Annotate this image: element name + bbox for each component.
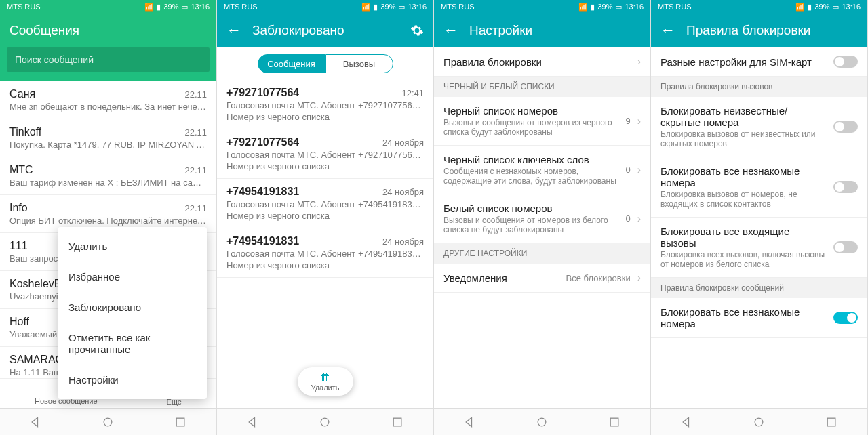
nav-back-icon[interactable] (29, 415, 43, 429)
message-row[interactable]: МТС22.11Ваш тариф изменен на X : БЕЗЛИМИ… (0, 157, 216, 195)
battery-icon: ▭ (181, 3, 188, 12)
system-nav (651, 408, 867, 435)
rules-list: Разные настройки для SIM-карт Правила бл… (651, 47, 867, 408)
tab-calls[interactable]: Вызовы (326, 54, 393, 73)
setting-rules[interactable]: Правила блокировки › (434, 47, 650, 77)
nav-recent-icon[interactable] (825, 415, 838, 429)
page-title: Правила блокировки (686, 23, 858, 38)
nav-home-icon[interactable] (535, 415, 549, 429)
carrier-label: MTS RUS (224, 3, 258, 11)
carrier-label: MTS RUS (7, 3, 41, 11)
message-row[interactable]: Tinkoff22.11Покупка. Карта *1479. 77 RUB… (0, 119, 216, 157)
svg-point-0 (104, 418, 113, 426)
setting-block-unfamiliar[interactable]: Блокировать все незнакомые номераБлокиро… (651, 157, 867, 218)
chevron-right-icon: › (637, 115, 641, 127)
setting-blacklist-numbers[interactable]: Черный список номеровВызовы и сообщения … (434, 97, 650, 146)
svg-rect-3 (393, 418, 401, 426)
back-icon[interactable]: ← (660, 22, 675, 39)
app-header: ← Правила блокировки (651, 14, 867, 47)
settings-list: Правила блокировки › ЧЕРНЫЙ И БЕЛЫЙ СПИС… (434, 47, 650, 408)
toggle-switch[interactable] (833, 241, 858, 253)
nav-home-icon[interactable] (752, 415, 766, 429)
screen-blocked: MTS RUS 📶▮39%▭13:16 ← Заблокировано Сооб… (217, 0, 434, 435)
menu-markread[interactable]: Отметить все как прочитанные (58, 323, 207, 365)
wifi-icon: 📶 (578, 3, 588, 12)
battery-icon: ▭ (615, 3, 622, 12)
wifi-icon: 📶 (361, 3, 371, 12)
toggle-switch[interactable] (833, 121, 858, 133)
blocked-row[interactable]: +7927107756412:41Голосовая почта МТС. Аб… (217, 80, 433, 129)
blocked-row[interactable]: +7927107756424 ноябряГолосовая почта МТС… (217, 129, 433, 179)
setting-block-unknown[interactable]: Блокировать неизвестные/скрытые номераБл… (651, 97, 867, 157)
delete-button[interactable]: 🗑 Удалить (298, 367, 353, 396)
section-header: ДРУГИЕ НАСТРОЙКИ (434, 243, 650, 264)
nav-recent-icon[interactable] (608, 415, 621, 429)
setting-whitelist-numbers[interactable]: Белый список номеровВызовы и сообщения о… (434, 194, 650, 243)
svg-rect-7 (827, 418, 835, 426)
message-row[interactable]: Саня22.11Мне зп обещают в понедельник. З… (0, 81, 216, 119)
battery-label: 39% (163, 3, 178, 11)
menu-blocked[interactable]: Заблокировано (58, 292, 207, 323)
menu-settings[interactable]: Настройки (58, 365, 207, 395)
page-title: Настройки (469, 23, 641, 38)
back-icon[interactable]: ← (226, 22, 241, 39)
setting-block-unfamiliar-msgs[interactable]: Блокировать все незнакомые номера (651, 298, 867, 338)
chevron-right-icon: › (637, 56, 641, 68)
section-header: Правила блокировки вызовов (651, 77, 867, 97)
setting-blacklist-words[interactable]: Черный список ключевых словСообщения с н… (434, 146, 650, 194)
page-title: Сообщения (9, 23, 207, 38)
status-icons: 📶 ▮ 39% ▭ 13:16 (144, 3, 210, 12)
wifi-icon: 📶 (795, 3, 805, 12)
svg-point-6 (755, 418, 764, 426)
chevron-right-icon: › (637, 272, 641, 284)
nav-recent-icon[interactable] (174, 415, 187, 429)
signal-icon: ▮ (591, 3, 595, 12)
trash-icon: 🗑 (320, 371, 331, 384)
blocked-row[interactable]: +7495419183124 ноябряГолосовая почта МТС… (217, 179, 433, 228)
context-menu: Удалить Избранное Заблокировано Отметить… (58, 227, 207, 399)
nav-back-icon[interactable] (463, 415, 477, 429)
menu-delete[interactable]: Удалить (58, 231, 207, 262)
system-nav (0, 408, 216, 435)
search-input[interactable]: Поиск сообщений (7, 47, 210, 72)
clock-label: 13:16 (191, 3, 210, 11)
tab-bar: Сообщения Вызовы (217, 47, 433, 80)
toggle-switch[interactable] (833, 312, 858, 324)
toggle-switch[interactable] (833, 56, 858, 68)
battery-icon: ▭ (398, 3, 405, 12)
status-bar: MTS RUS 📶 ▮ 39% ▭ 13:16 (0, 0, 216, 14)
status-bar: MTS RUS 📶▮39%▭13:16 (434, 0, 650, 14)
setting-sim-separate[interactable]: Разные настройки для SIM-карт (651, 47, 867, 77)
nav-back-icon[interactable] (680, 415, 694, 429)
app-header: ← Заблокировано (217, 14, 433, 47)
blocked-row[interactable]: +7495419183124 ноябряГолосовая почта МТС… (217, 228, 433, 278)
chevron-right-icon: › (637, 164, 641, 176)
setting-block-all-calls[interactable]: Блокировать все входящие вызовыБлокировк… (651, 218, 867, 278)
system-nav (217, 408, 433, 435)
status-bar: MTS RUS 📶▮39%▭13:16 (217, 0, 433, 14)
app-header: ← Настройки (434, 14, 650, 47)
signal-icon: ▮ (157, 3, 161, 12)
page-title: Заблокировано (252, 23, 399, 38)
setting-notifications[interactable]: Уведомления Все блокировки› (434, 264, 650, 293)
battery-icon: ▭ (832, 3, 839, 12)
svg-point-4 (538, 418, 547, 426)
back-icon[interactable]: ← (443, 22, 458, 39)
screen-block-rules: MTS RUS 📶▮39%▭13:16 ← Правила блокировки… (651, 0, 868, 435)
nav-recent-icon[interactable] (391, 415, 404, 429)
svg-point-2 (321, 418, 330, 426)
toggle-switch[interactable] (833, 181, 858, 193)
nav-home-icon[interactable] (318, 415, 332, 429)
gear-icon[interactable] (410, 24, 424, 37)
status-bar: MTS RUS 📶▮39%▭13:16 (651, 0, 867, 14)
tab-messages[interactable]: Сообщения (258, 54, 326, 73)
blocked-list: +7927107756412:41Голосовая почта МТС. Аб… (217, 80, 433, 408)
nav-home-icon[interactable] (101, 415, 115, 429)
signal-icon: ▮ (808, 3, 812, 12)
svg-rect-5 (610, 418, 618, 426)
app-header: Сообщения (0, 14, 216, 47)
screen-messages: MTS RUS 📶 ▮ 39% ▭ 13:16 Сообщения Поиск … (0, 0, 217, 435)
svg-rect-1 (176, 418, 184, 426)
menu-fav[interactable]: Избранное (58, 262, 207, 292)
nav-back-icon[interactable] (246, 415, 260, 429)
